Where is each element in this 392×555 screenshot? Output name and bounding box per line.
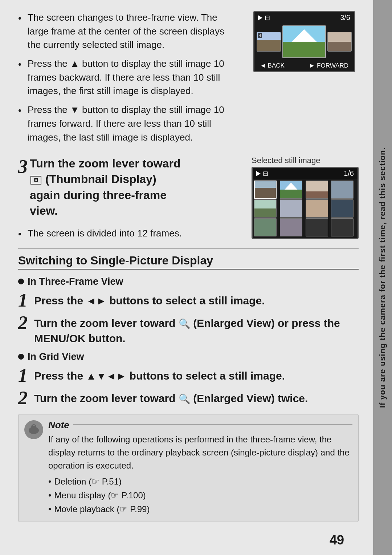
step-3-title-line2: (Thumbnail Display) <box>30 173 156 186</box>
grid-cell-12 <box>331 218 354 236</box>
frame-center-img <box>283 26 325 57</box>
three-frame-screen: ⊟ 3/6 4 <box>250 11 359 149</box>
grid-counter: 1/6 <box>344 169 354 178</box>
step-3-right: Selected still image ⊟ 1/6 <box>252 156 359 241</box>
selected-label: Selected still image <box>252 156 359 165</box>
bullet-2: • Press the ▲ button to display the stil… <box>18 57 239 98</box>
top-bullet-text: • The screen changes to three-frame view… <box>18 11 239 149</box>
bullet-content-3: Press the ▼ button to display the still … <box>28 103 239 144</box>
cell-img-10 <box>280 219 302 236</box>
page-number: 49 <box>330 532 344 548</box>
svg-point-1 <box>31 424 36 429</box>
side-tab: If you are using the camera for the firs… <box>373 0 392 555</box>
screen-bottom-bar: ◄ BACK ► FORWARD <box>254 60 354 71</box>
note-bullet-text-3: Movie playback (☞ P.99) <box>54 503 150 516</box>
note-bullet-dot-2: • <box>48 489 51 502</box>
top-bullet-section: • The screen changes to three-frame view… <box>18 11 359 149</box>
play-icon <box>258 15 262 20</box>
note-bullet-dot-3: • <box>48 503 51 516</box>
bullet-3: • Press the ▼ button to display the stil… <box>18 103 239 144</box>
grid-cell-2 <box>280 181 302 199</box>
step-3-left: 3 Turn the zoom lever toward (Thumbnail … <box>18 156 244 241</box>
step-3-bullet: • The screen is divided into 12 frames. <box>18 227 244 241</box>
switching-heading: Switching to Single-Picture Display <box>18 254 359 270</box>
bullet-dot-1: • <box>18 12 26 52</box>
updown-lr-arrows-icon: ▲▼◄► <box>86 369 126 383</box>
step-3-title: Turn the zoom lever toward (Thumbnail Di… <box>30 156 180 219</box>
cell-img-1 <box>255 181 276 198</box>
bullet-circle-1 <box>18 279 24 284</box>
note-bullet-text-2: Menu display (☞ P.100) <box>54 489 146 502</box>
note-section: Note If any of the following operations … <box>18 414 359 522</box>
step-2-three: 2 Turn the zoom lever toward 🔍 (Enlarged… <box>18 313 359 346</box>
lr-arrows-icon: ◄► <box>86 294 106 308</box>
step-3-number: 3 <box>18 157 28 176</box>
note-icon <box>24 420 43 439</box>
grid-cell-7 <box>306 199 328 218</box>
frame-right <box>327 32 352 52</box>
note-title: Note <box>48 420 69 431</box>
step-2-three-number: 2 <box>18 313 31 332</box>
back-label: ◄ BACK <box>260 62 285 69</box>
three-frame-label: In Three-Frame View <box>28 276 123 287</box>
grid-cell-4 <box>331 181 354 199</box>
step-3-bullet-text: The screen is divided into 12 frames. <box>28 227 182 241</box>
frame-counter-top: 3/6 <box>340 13 350 22</box>
cell-img-9 <box>254 219 276 236</box>
side-tab-text: If you are using the camera for the firs… <box>378 147 387 408</box>
grid-cell-1 <box>254 181 277 199</box>
grid-label: In Grid View <box>28 351 84 362</box>
switching-section: Switching to Single-Picture Display In T… <box>18 254 359 408</box>
note-bullet-1: • Deletion (☞ P.51) <box>48 475 352 488</box>
screen-icons: ⊟ <box>258 14 270 22</box>
note-title-row: Note <box>48 420 352 431</box>
grid-cell-8 <box>331 199 354 218</box>
step-3-bullet-dot: • <box>18 227 26 241</box>
note-content: Note If any of the following operations … <box>48 420 352 516</box>
note-bullet-text-1: Deletion (☞ P.51) <box>54 475 122 488</box>
step-3-title-line3: again during three-frame <box>30 189 167 202</box>
cell-img-8 <box>331 200 353 217</box>
grid-top-bar: ⊟ 1/6 <box>253 168 358 179</box>
memory-icon: ⊟ <box>265 14 270 22</box>
enlarge-icon-2: 🔍 <box>179 392 190 405</box>
note-bullet-2: • Menu display (☞ P.100) <box>48 489 352 502</box>
divider-1 <box>18 248 359 249</box>
step-2-three-body: Turn the zoom lever toward 🔍 (Enlarged V… <box>34 313 359 346</box>
cell-img-6 <box>280 200 302 217</box>
grid-play-icon <box>256 171 261 176</box>
cell-img-7 <box>306 200 328 217</box>
grid-cell-10 <box>280 218 302 236</box>
page-container: • The screen changes to three-frame view… <box>0 0 392 555</box>
step-3-title-line1: Turn the zoom lever toward <box>30 157 180 170</box>
frame-left: 4 <box>257 32 281 52</box>
screen-top-bar: ⊟ 3/6 <box>254 12 354 23</box>
cell-img-2 <box>280 181 302 198</box>
grid-memory-icon: ⊟ <box>263 170 268 178</box>
three-frame-grid: 4 <box>254 23 354 60</box>
step-1-grid-number: 1 <box>18 366 31 385</box>
thumbnail-icon <box>30 176 41 185</box>
grid-cell-11 <box>306 218 328 236</box>
bullet-dot-3: • <box>18 104 26 144</box>
step-1-three-body: Press the ◄► buttons to select a still i… <box>34 291 359 308</box>
main-content: • The screen changes to three-frame view… <box>0 0 373 555</box>
forward-label: ► FORWARD <box>309 62 348 69</box>
step-3-title-line4: view. <box>30 204 58 217</box>
cell-img-4 <box>331 181 353 198</box>
camera-screen-grid: ⊟ 1/6 <box>252 167 359 239</box>
bullet-circle-2 <box>18 354 24 360</box>
step-1-grid-body: Press the ▲▼◄► buttons to select a still… <box>34 366 359 384</box>
step-1-grid: 1 Press the ▲▼◄► buttons to select a sti… <box>18 366 359 385</box>
grid-frames-area <box>253 179 358 238</box>
camera-screen-three-frame: ⊟ 3/6 4 <box>253 11 355 72</box>
enlarge-icon-1: 🔍 <box>179 317 190 330</box>
note-dashes <box>73 424 352 425</box>
grid-cell-6 <box>280 199 302 218</box>
grid-cell-9 <box>254 218 277 236</box>
step-1-three-number: 1 <box>18 291 31 310</box>
bullet-1: • The screen changes to three-frame view… <box>18 11 239 52</box>
cell-img-3 <box>306 181 328 198</box>
step-2-grid-body: Turn the zoom lever toward 🔍 (Enlarged V… <box>34 389 359 406</box>
frame-right-img <box>328 32 351 51</box>
